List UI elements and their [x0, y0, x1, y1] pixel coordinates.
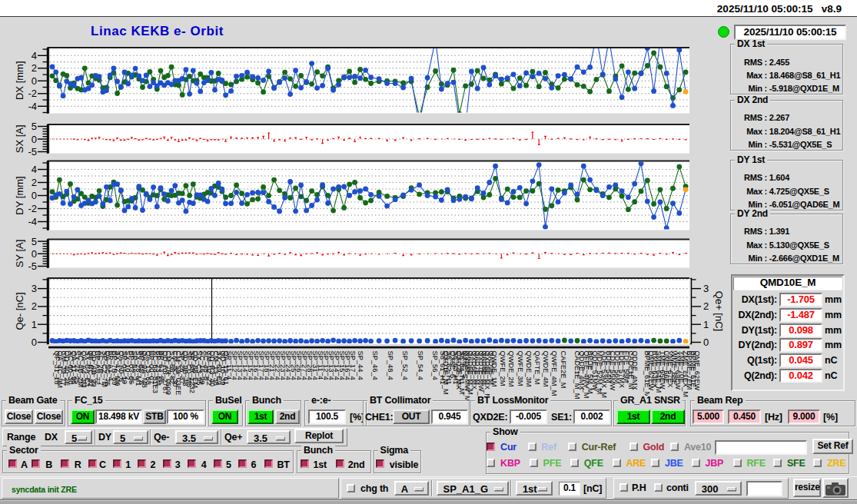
svg-text:0: 0: [32, 337, 37, 348]
svg-text:1: 1: [32, 319, 37, 330]
svg-text:0: 0: [32, 75, 37, 87]
svg-text:QME_62EW: QME_62EW: [693, 351, 701, 391]
svg-text:CAFE2E_M: CAFE2E_M: [560, 351, 567, 389]
svg-text:SP_56_4: SP_56_4: [431, 351, 439, 380]
svg-text:4: 4: [32, 164, 37, 175]
svg-text:-2: -2: [28, 88, 37, 99]
svg-text:-5: -5: [28, 146, 37, 158]
svg-text:0: 0: [703, 337, 709, 348]
svg-text:Qe- [nC]: Qe- [nC]: [14, 292, 25, 330]
svg-text:5: 5: [32, 121, 37, 132]
svg-text:SP_48_4: SP_48_4: [387, 351, 394, 380]
svg-text:SP_54_4: SP_54_4: [417, 351, 424, 380]
svg-text:QWDE_3M: QWDE_3M: [525, 351, 533, 387]
svg-text:3: 3: [32, 283, 37, 294]
svg-text:-4: -4: [28, 216, 37, 227]
svg-text:-4: -4: [28, 101, 37, 112]
svg-text:QWFE_3M: QWFE_3M: [517, 351, 524, 386]
svg-text:QWDE_2M: QWDE_2M: [507, 351, 515, 387]
svg-text:QWDE_1M: QWDE_1M: [490, 351, 498, 387]
svg-text:SP_17_4: SP_17_4: [349, 351, 357, 380]
svg-text:QAFTE_M: QAFTE_M: [533, 351, 541, 385]
svg-text:0: 0: [32, 248, 37, 260]
svg-text:3: 3: [703, 283, 709, 294]
svg-text:2: 2: [32, 300, 37, 312]
svg-text:SP_46_4: SP_46_4: [371, 351, 379, 380]
svg-text:Qe+ [nC]: Qe+ [nC]: [713, 291, 725, 331]
svg-text:1: 1: [703, 319, 709, 330]
svg-text:2: 2: [32, 177, 37, 188]
svg-text:QWDE_4M: QWDE_4M: [542, 351, 550, 387]
svg-text:-5: -5: [28, 260, 37, 272]
svg-text:QDDE_4MX: QDDE_4MX: [631, 351, 639, 390]
svg-text:SY [A]: SY [A]: [14, 240, 25, 268]
svg-text:-2: -2: [28, 203, 37, 214]
svg-text:2: 2: [703, 300, 709, 312]
svg-text:5: 5: [32, 236, 37, 247]
svg-text:SX [A]: SX [A]: [14, 124, 25, 153]
svg-text:0: 0: [32, 134, 37, 145]
svg-text:0: 0: [32, 190, 37, 201]
svg-text:4: 4: [32, 50, 37, 61]
svg-text:2: 2: [32, 62, 37, 74]
svg-text:QWFE_2M: QWFE_2M: [499, 351, 507, 386]
svg-text:DY [mm]: DY [mm]: [14, 176, 25, 214]
svg-text:QWFE_4M_M: QWFE_4M_M: [550, 351, 558, 396]
svg-text:SP_52_4: SP_52_4: [401, 351, 409, 380]
svg-text:DX [mm]: DX [mm]: [14, 61, 25, 100]
svg-text:SP_44_4: SP_44_4: [357, 351, 364, 380]
